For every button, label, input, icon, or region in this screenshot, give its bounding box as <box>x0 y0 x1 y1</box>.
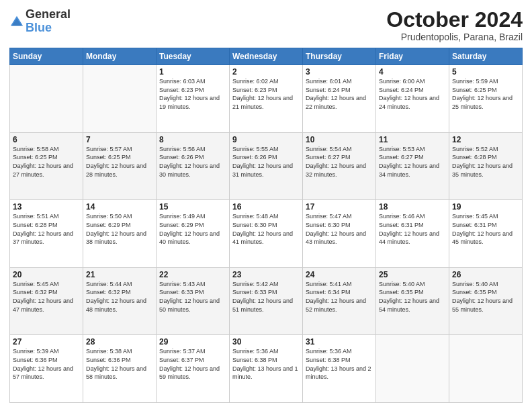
calendar-cell <box>10 65 83 133</box>
calendar-cell: 31Sunrise: 5:36 AMSunset: 6:38 PMDayligh… <box>303 335 376 403</box>
header-day-tuesday: Tuesday <box>157 48 230 65</box>
calendar-cell: 25Sunrise: 5:40 AMSunset: 6:35 PMDayligh… <box>376 267 449 335</box>
day-info: Sunrise: 5:58 AMSunset: 6:25 PMDaylight:… <box>13 145 80 179</box>
day-number: 10 <box>306 135 373 144</box>
calendar-cell: 6Sunrise: 5:58 AMSunset: 6:25 PMDaylight… <box>10 132 83 200</box>
calendar-cell <box>449 335 523 403</box>
calendar-cell: 18Sunrise: 5:46 AMSunset: 6:31 PMDayligh… <box>376 200 449 268</box>
calendar-cell: 11Sunrise: 5:53 AMSunset: 6:27 PMDayligh… <box>376 132 449 200</box>
day-info: Sunrise: 5:46 AMSunset: 6:31 PMDaylight:… <box>379 212 446 246</box>
calendar-table: SundayMondayTuesdayWednesdayThursdayFrid… <box>9 48 523 403</box>
header: General Blue October 2024 Prudentopolis,… <box>9 8 523 42</box>
logo-blue-label: Blue <box>26 21 71 35</box>
logo-icon <box>9 15 24 30</box>
calendar-cell: 2Sunrise: 6:02 AMSunset: 6:23 PMDaylight… <box>230 65 303 133</box>
day-info: Sunrise: 5:41 AMSunset: 6:34 PMDaylight:… <box>306 280 373 314</box>
logo: General Blue <box>9 8 71 35</box>
calendar-cell: 12Sunrise: 5:52 AMSunset: 6:28 PMDayligh… <box>449 132 523 200</box>
day-info: Sunrise: 5:59 AMSunset: 6:25 PMDaylight:… <box>452 77 519 111</box>
calendar-cell: 8Sunrise: 5:56 AMSunset: 6:26 PMDaylight… <box>157 132 230 200</box>
day-info: Sunrise: 5:50 AMSunset: 6:29 PMDaylight:… <box>86 212 153 246</box>
calendar-cell: 7Sunrise: 5:57 AMSunset: 6:25 PMDaylight… <box>83 132 157 200</box>
day-info: Sunrise: 5:43 AMSunset: 6:33 PMDaylight:… <box>159 280 226 314</box>
day-info: Sunrise: 5:51 AMSunset: 6:28 PMDaylight:… <box>13 212 80 246</box>
header-day-wednesday: Wednesday <box>230 48 303 65</box>
header-day-thursday: Thursday <box>303 48 376 65</box>
calendar-cell: 4Sunrise: 6:00 AMSunset: 6:24 PMDaylight… <box>376 65 449 133</box>
day-number: 31 <box>306 337 373 347</box>
logo-general-label: General <box>26 8 71 21</box>
day-number: 14 <box>86 202 153 212</box>
calendar-header-row: SundayMondayTuesdayWednesdayThursdayFrid… <box>10 48 523 65</box>
day-info: Sunrise: 5:56 AMSunset: 6:26 PMDaylight:… <box>159 145 226 179</box>
day-info: Sunrise: 5:38 AMSunset: 6:36 PMDaylight:… <box>86 347 153 381</box>
page: General Blue October 2024 Prudentopolis,… <box>0 0 532 411</box>
day-number: 17 <box>306 202 373 212</box>
day-info: Sunrise: 5:36 AMSunset: 6:38 PMDaylight:… <box>306 347 373 381</box>
day-info: Sunrise: 5:40 AMSunset: 6:35 PMDaylight:… <box>379 280 446 314</box>
day-info: Sunrise: 5:53 AMSunset: 6:27 PMDaylight:… <box>379 145 446 179</box>
day-number: 13 <box>13 202 80 212</box>
day-number: 15 <box>159 202 226 212</box>
calendar-cell: 26Sunrise: 5:40 AMSunset: 6:35 PMDayligh… <box>449 267 523 335</box>
header-day-saturday: Saturday <box>449 48 523 65</box>
day-info: Sunrise: 5:45 AMSunset: 6:31 PMDaylight:… <box>452 212 519 246</box>
header-day-monday: Monday <box>83 48 157 65</box>
day-number: 2 <box>232 67 300 77</box>
calendar-cell: 29Sunrise: 5:37 AMSunset: 6:37 PMDayligh… <box>157 335 230 403</box>
day-info: Sunrise: 5:39 AMSunset: 6:36 PMDaylight:… <box>13 347 80 381</box>
calendar-cell: 23Sunrise: 5:42 AMSunset: 6:33 PMDayligh… <box>230 267 303 335</box>
day-info: Sunrise: 5:37 AMSunset: 6:37 PMDaylight:… <box>159 347 226 381</box>
day-number: 21 <box>86 270 153 279</box>
day-info: Sunrise: 5:57 AMSunset: 6:25 PMDaylight:… <box>86 145 153 179</box>
day-number: 25 <box>379 270 446 279</box>
day-info: Sunrise: 5:45 AMSunset: 6:32 PMDaylight:… <box>13 280 80 314</box>
week-row-3: 13Sunrise: 5:51 AMSunset: 6:28 PMDayligh… <box>10 200 523 268</box>
calendar-cell: 5Sunrise: 5:59 AMSunset: 6:25 PMDaylight… <box>449 65 523 133</box>
day-info: Sunrise: 5:55 AMSunset: 6:26 PMDaylight:… <box>232 145 300 179</box>
day-number: 30 <box>232 337 300 347</box>
day-info: Sunrise: 6:02 AMSunset: 6:23 PMDaylight:… <box>232 77 300 111</box>
day-number: 11 <box>379 135 446 144</box>
day-info: Sunrise: 5:49 AMSunset: 6:29 PMDaylight:… <box>159 212 226 246</box>
week-row-5: 27Sunrise: 5:39 AMSunset: 6:36 PMDayligh… <box>10 335 523 403</box>
day-number: 6 <box>13 135 80 144</box>
day-info: Sunrise: 6:00 AMSunset: 6:24 PMDaylight:… <box>379 77 446 111</box>
day-number: 23 <box>232 270 300 279</box>
header-day-friday: Friday <box>376 48 449 65</box>
day-number: 26 <box>452 270 519 279</box>
day-number: 7 <box>86 135 153 144</box>
calendar-cell: 16Sunrise: 5:48 AMSunset: 6:30 PMDayligh… <box>230 200 303 268</box>
day-info: Sunrise: 5:48 AMSunset: 6:30 PMDaylight:… <box>232 212 300 246</box>
day-number: 19 <box>452 202 519 212</box>
day-number: 28 <box>86 337 153 347</box>
calendar-cell: 30Sunrise: 5:36 AMSunset: 6:38 PMDayligh… <box>230 335 303 403</box>
day-number: 9 <box>232 135 300 144</box>
day-number: 12 <box>452 135 519 144</box>
day-info: Sunrise: 5:54 AMSunset: 6:27 PMDaylight:… <box>306 145 373 179</box>
calendar-cell: 20Sunrise: 5:45 AMSunset: 6:32 PMDayligh… <box>10 267 83 335</box>
calendar-cell: 22Sunrise: 5:43 AMSunset: 6:33 PMDayligh… <box>157 267 230 335</box>
calendar-cell: 24Sunrise: 5:41 AMSunset: 6:34 PMDayligh… <box>303 267 376 335</box>
week-row-1: 1Sunrise: 6:03 AMSunset: 6:23 PMDaylight… <box>10 65 523 133</box>
day-info: Sunrise: 5:40 AMSunset: 6:35 PMDaylight:… <box>452 280 519 314</box>
calendar-cell: 28Sunrise: 5:38 AMSunset: 6:36 PMDayligh… <box>83 335 157 403</box>
calendar-cell: 19Sunrise: 5:45 AMSunset: 6:31 PMDayligh… <box>449 200 523 268</box>
day-number: 3 <box>306 67 373 77</box>
calendar-cell: 1Sunrise: 6:03 AMSunset: 6:23 PMDaylight… <box>157 65 230 133</box>
calendar-cell: 15Sunrise: 5:49 AMSunset: 6:29 PMDayligh… <box>157 200 230 268</box>
day-number: 8 <box>159 135 226 144</box>
calendar-cell: 27Sunrise: 5:39 AMSunset: 6:36 PMDayligh… <box>10 335 83 403</box>
header-day-sunday: Sunday <box>10 48 83 65</box>
day-info: Sunrise: 5:42 AMSunset: 6:33 PMDaylight:… <box>232 280 300 314</box>
day-info: Sunrise: 6:01 AMSunset: 6:24 PMDaylight:… <box>306 77 373 111</box>
logo-text: General Blue <box>26 8 71 35</box>
day-number: 27 <box>13 337 80 347</box>
day-number: 5 <box>452 67 519 77</box>
location: Prudentopolis, Parana, Brazil <box>386 32 523 42</box>
day-number: 1 <box>159 67 226 77</box>
calendar-cell: 9Sunrise: 5:55 AMSunset: 6:26 PMDaylight… <box>230 132 303 200</box>
day-info: Sunrise: 5:52 AMSunset: 6:28 PMDaylight:… <box>452 145 519 179</box>
calendar-cell: 17Sunrise: 5:47 AMSunset: 6:30 PMDayligh… <box>303 200 376 268</box>
day-number: 24 <box>306 270 373 279</box>
